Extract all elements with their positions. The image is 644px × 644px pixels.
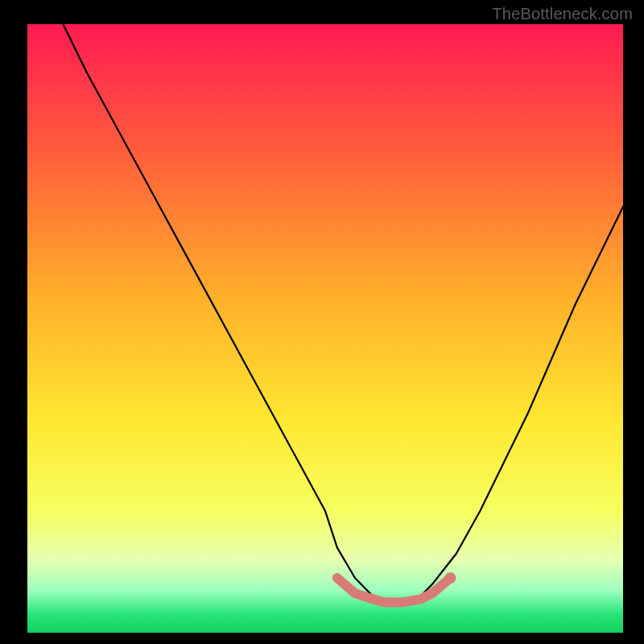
plot-background: [27, 24, 623, 633]
marker-dot: [444, 572, 456, 584]
chart-frame: TheBottleneck.com: [0, 0, 644, 644]
watermark-text: TheBottleneck.com: [492, 5, 633, 23]
bottleneck-chart: [0, 0, 644, 644]
